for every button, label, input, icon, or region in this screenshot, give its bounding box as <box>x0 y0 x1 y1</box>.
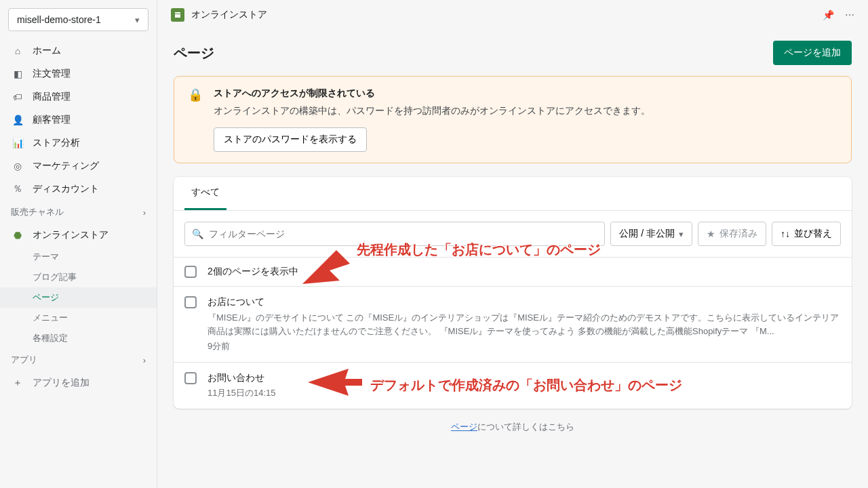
pages-card: すべて 🔍 公開 / 非公開▾ ★保存済み ↑↓並び替え 2個のページを表示中 <box>174 177 852 409</box>
search-icon: 🔍 <box>192 228 203 239</box>
list-header: 2個のページを表示中 <box>174 257 852 286</box>
chevron-right-icon: › <box>143 355 146 365</box>
select-all-checkbox[interactable] <box>184 266 197 278</box>
nav-marketing[interactable]: ◎マーケティング <box>0 155 157 178</box>
topbar: オンラインストア 📌 ⋯ <box>157 0 868 30</box>
sales-channels-header[interactable]: 販売チャネル › <box>0 201 157 224</box>
row-checkbox[interactable] <box>184 296 197 308</box>
toolbar: 🔍 公開 / 非公開▾ ★保存済み ↑↓並び替え <box>174 211 852 257</box>
page-excerpt: 『MISEル』のデモサイトについて この『MISEル』のインテリアショップは『M… <box>208 311 841 338</box>
search-input[interactable] <box>203 223 597 245</box>
orders-icon: ◧ <box>11 67 24 81</box>
visibility-filter-button[interactable]: 公開 / 非公開▾ <box>610 222 692 246</box>
show-password-button[interactable]: ストアのパスワードを表示する <box>214 127 367 152</box>
alert-body: オンラインストアの構築中は、パスワードを持つ訪問者のみがオンラインストアにアクセ… <box>214 104 650 118</box>
sidebar: misell-demo-store-1 ▾ ⌂ホーム ◧注文管理 🏷商品管理 👤… <box>0 0 157 488</box>
password-alert: 🔒 ストアへのアクセスが制限されている オンラインストアの構築中は、パスワードを… <box>174 76 852 163</box>
main: オンラインストア 📌 ⋯ ページ ページを追加 🔒 ストアへのアクセスが制限され… <box>157 0 868 488</box>
store-icon: ⬣ <box>11 228 24 242</box>
nav-home[interactable]: ⌂ホーム <box>0 39 157 62</box>
search-box[interactable]: 🔍 <box>184 222 605 246</box>
page-timestamp: 11月15日の14:15 <box>208 387 841 399</box>
analytics-icon: 📊 <box>11 136 24 150</box>
nav-preferences[interactable]: 各種設定 <box>33 328 157 348</box>
chevron-down-icon: ▾ <box>135 15 140 25</box>
nav-products[interactable]: 🏷商品管理 <box>0 85 157 108</box>
list-item[interactable]: お問い合わせ 11月15日の14:15 <box>174 362 852 409</box>
footer-help: ページについて詳しくはこちら <box>174 409 852 445</box>
tabs: すべて <box>174 177 852 211</box>
chevron-down-icon: ▾ <box>679 229 684 239</box>
topbar-title: オンラインストア <box>191 9 267 21</box>
footer-link[interactable]: ページ <box>451 422 477 432</box>
add-page-button[interactable]: ページを追加 <box>773 41 852 65</box>
discount-icon: ％ <box>11 182 24 196</box>
chevron-right-icon: › <box>143 207 146 218</box>
lock-icon: 🔒 <box>188 87 203 152</box>
saved-button[interactable]: ★保存済み <box>698 222 766 246</box>
nav-orders[interactable]: ◧注文管理 <box>0 62 157 85</box>
page-title-link: お店について <box>208 296 841 308</box>
nav-themes[interactable]: テーマ <box>33 247 157 267</box>
nav-pages[interactable]: ページ <box>0 287 157 308</box>
tag-icon: 🏷 <box>11 90 24 104</box>
sort-icon: ↑↓ <box>781 228 790 239</box>
nav-discounts[interactable]: ％ディスカウント <box>0 178 157 201</box>
tab-all[interactable]: すべて <box>184 177 226 210</box>
target-icon: ◎ <box>11 159 24 173</box>
home-icon: ⌂ <box>11 44 24 58</box>
online-store-icon <box>171 8 184 22</box>
nav-online-store[interactable]: ⬣オンラインストア <box>0 224 157 247</box>
store-selector[interactable]: misell-demo-store-1 ▾ <box>8 8 149 31</box>
alert-title: ストアへのアクセスが制限されている <box>214 87 650 100</box>
list-count: 2個のページを表示中 <box>208 266 298 278</box>
nav-add-app[interactable]: ＋アプリを追加 <box>0 371 157 394</box>
more-icon[interactable]: ⋯ <box>845 9 854 20</box>
sort-button[interactable]: ↑↓並び替え <box>772 222 841 246</box>
list-item[interactable]: お店について 『MISEル』のデモサイトについて この『MISEル』のインテリア… <box>174 286 852 362</box>
pin-icon[interactable]: 📌 <box>823 9 834 20</box>
nav-customers[interactable]: 👤顧客管理 <box>0 108 157 131</box>
row-checkbox[interactable] <box>184 372 197 384</box>
person-icon: 👤 <box>11 113 24 127</box>
page-title: ページ <box>174 44 214 62</box>
nav-blog-posts[interactable]: ブログ記事 <box>33 267 157 287</box>
apps-header[interactable]: アプリ › <box>0 348 157 371</box>
nav: ⌂ホーム ◧注文管理 🏷商品管理 👤顧客管理 📊ストア分析 ◎マーケティング ％… <box>0 39 157 488</box>
nav-navigation[interactable]: メニュー <box>33 308 157 328</box>
page-title-link: お問い合わせ <box>208 372 841 384</box>
store-name: misell-demo-store-1 <box>17 14 101 25</box>
plus-icon: ＋ <box>11 376 24 390</box>
nav-analytics[interactable]: 📊ストア分析 <box>0 131 157 155</box>
star-icon: ★ <box>707 228 715 239</box>
page-timestamp: 9分前 <box>208 340 841 352</box>
